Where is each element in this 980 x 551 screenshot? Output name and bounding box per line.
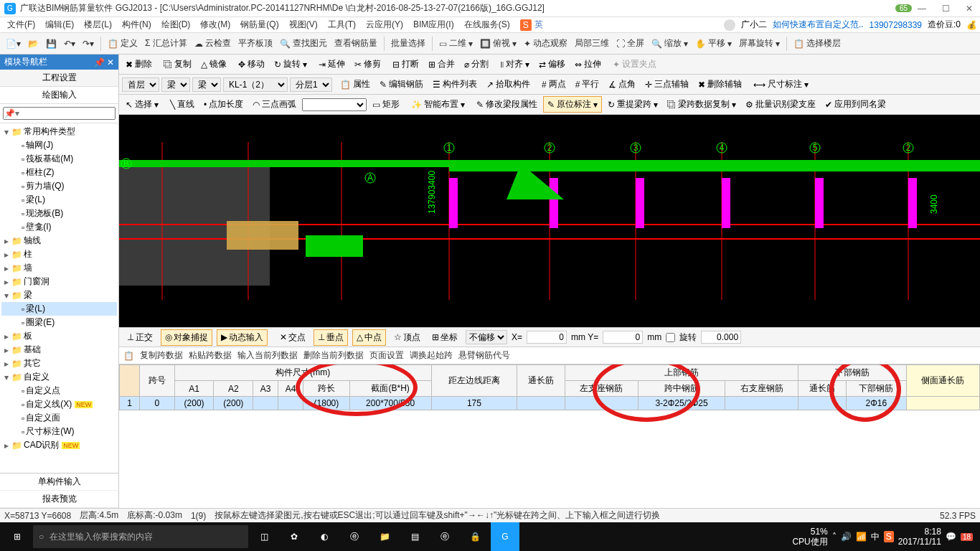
define-button[interactable]: 📋 定义 bbox=[105, 36, 141, 51]
flush-slab-button[interactable]: 平齐板顶 bbox=[235, 36, 275, 51]
tree-node[interactable]: ▫尺寸标注(W) bbox=[1, 425, 117, 438]
tree-node[interactable]: ▸📁轴线 bbox=[1, 234, 117, 248]
mid-snap[interactable]: △ 中点 bbox=[352, 329, 386, 346]
app-icon-2[interactable]: ◐ bbox=[310, 522, 339, 551]
delete-col-button[interactable]: 删除当前列数据 bbox=[303, 349, 364, 362]
swap-start-span-button[interactable]: 调换起始跨 bbox=[410, 349, 453, 362]
subtype-combo[interactable]: 梁 bbox=[192, 77, 221, 92]
dyninput-button[interactable]: ▶ 动态输入 bbox=[217, 329, 268, 346]
undo-button[interactable]: ↶▾ bbox=[61, 37, 78, 50]
rotate-input[interactable] bbox=[701, 331, 741, 344]
tray-network-icon[interactable]: 🔊 bbox=[841, 532, 852, 542]
smart-layout-button[interactable]: ✨ 智能布置▾ bbox=[407, 97, 468, 112]
floor-combo[interactable]: 首层 bbox=[122, 77, 159, 92]
parallel-button[interactable]: # 平行 bbox=[572, 77, 603, 92]
extend-button[interactable]: ⇥ 延伸 bbox=[315, 57, 349, 72]
tray-chevron-icon[interactable]: ˄ bbox=[832, 532, 837, 542]
mirror-button[interactable]: △ 镜像 bbox=[197, 57, 230, 72]
point-angle-button[interactable]: ∡ 点角 bbox=[605, 77, 639, 92]
tree-node[interactable]: ▾📁梁 bbox=[1, 288, 117, 302]
menu-online[interactable]: 在线服务(S) bbox=[460, 17, 514, 32]
tree-node[interactable]: ▫筏板基础(M) bbox=[1, 152, 117, 166]
delete-button[interactable]: ✖ 删除 bbox=[122, 57, 156, 72]
rect-tool[interactable]: ▭ 矩形 bbox=[369, 97, 403, 112]
x-input[interactable] bbox=[527, 331, 567, 344]
avatar-icon[interactable] bbox=[724, 19, 735, 31]
view-2d-button[interactable]: ▭ 二维▾ bbox=[436, 36, 476, 51]
open-button[interactable]: 📂 bbox=[25, 37, 42, 50]
ie-icon[interactable]: ⓔ bbox=[430, 522, 459, 551]
props-button[interactable]: 📋 属性 bbox=[336, 77, 374, 92]
rotate-check[interactable] bbox=[666, 333, 675, 342]
menu-edit[interactable]: 编辑(E) bbox=[41, 17, 78, 32]
tray-notifications-icon[interactable]: 💬 bbox=[946, 532, 956, 542]
menu-draw[interactable]: 绘图(D) bbox=[157, 17, 195, 32]
maximize-button[interactable]: ☐ bbox=[939, 4, 953, 14]
close-button[interactable]: ✕ bbox=[963, 4, 976, 14]
tree-node[interactable]: ▫自定义面 bbox=[1, 411, 117, 425]
offset-button[interactable]: ⇄ 偏移 bbox=[535, 57, 569, 72]
tree-node[interactable]: ▫梁(L) bbox=[1, 193, 117, 207]
app-icon-1[interactable]: ✿ bbox=[280, 522, 308, 551]
tree-node[interactable]: ▸📁板 bbox=[1, 329, 117, 343]
menu-floor[interactable]: 楼层(L) bbox=[80, 17, 116, 32]
app-icon-3[interactable]: ▤ bbox=[400, 522, 429, 551]
modify-beam-seg-button[interactable]: ✎ 修改梁段属性 bbox=[473, 97, 541, 112]
menu-file[interactable]: 文件(F) bbox=[3, 17, 39, 32]
merge-button[interactable]: ⊞ 合并 bbox=[425, 57, 458, 72]
tree-node[interactable]: ▫框柱(Z) bbox=[1, 166, 117, 179]
tray-sogou-icon[interactable]: S bbox=[884, 531, 894, 542]
batch-identify-support-button[interactable]: ⚙ 批量识别梁支座 bbox=[742, 97, 819, 112]
perp-snap[interactable]: ⊥ 垂点 bbox=[314, 329, 348, 346]
redo-button[interactable]: ↷▾ bbox=[80, 37, 97, 50]
menu-cloud[interactable]: 云应用(Y) bbox=[362, 17, 407, 32]
two-point-button[interactable]: # 两点 bbox=[538, 77, 570, 92]
intersect-snap[interactable]: ✕ 交点 bbox=[276, 330, 309, 345]
layer-combo[interactable]: 分层1 bbox=[290, 77, 332, 92]
paste-span-button[interactable]: 粘贴跨数据 bbox=[189, 349, 232, 362]
tree-node[interactable]: ▸📁其它 bbox=[1, 357, 117, 370]
tree-node[interactable]: ▸📁CAD识别NEW bbox=[1, 438, 117, 452]
pick-member-button[interactable]: ↗ 拾取构件 bbox=[483, 77, 534, 92]
trim-button[interactable]: ✂ 修剪 bbox=[351, 57, 385, 72]
orbit-button[interactable]: ✦ 动态观察 bbox=[521, 36, 570, 51]
sum-calc-button[interactable]: Σ 汇总计算 bbox=[142, 36, 190, 51]
minimize-button[interactable]: — bbox=[915, 4, 929, 14]
cantilever-rebar-button[interactable]: 悬臂钢筋代号 bbox=[458, 349, 510, 362]
tray-wifi-icon[interactable]: 📶 bbox=[856, 532, 867, 542]
page-setup-button[interactable]: 页面设置 bbox=[369, 349, 404, 362]
coin-icon[interactable]: 💰 bbox=[966, 20, 977, 30]
delete-axis-button[interactable]: ✖ 删除辅轴 bbox=[694, 77, 745, 92]
three-point-arc-tool[interactable]: ◠ 三点画弧 bbox=[249, 97, 300, 112]
break-button[interactable]: ⊟ 打断 bbox=[389, 57, 423, 72]
dimension-button[interactable]: ⟷ 尺寸标注▾ bbox=[750, 77, 812, 92]
tree-node[interactable]: ▫轴网(J) bbox=[1, 138, 117, 152]
tree-node[interactable]: ▫梁(L) bbox=[1, 302, 117, 316]
pan-button[interactable]: ✋ 平移▾ bbox=[692, 36, 735, 51]
running-app-icon[interactable]: G bbox=[491, 522, 519, 551]
tree-node[interactable]: ▫现浇板(B) bbox=[1, 207, 117, 220]
zoom-button[interactable]: 🔍 缩放▾ bbox=[649, 36, 691, 51]
data-grid[interactable]: 跨号 构件尺寸(mm) 距左边线距离 通长筋 上部钢筋 下部钢筋 侧面通长筋 A… bbox=[119, 364, 980, 410]
member-combo[interactable]: KL-1（2） bbox=[223, 77, 288, 92]
sidebar-search-input[interactable] bbox=[3, 107, 116, 120]
menu-tools[interactable]: 工具(T) bbox=[324, 17, 360, 32]
tray-notif-count[interactable]: 18 bbox=[961, 533, 973, 541]
edit-rebar-button[interactable]: ✎ 编辑钢筋 bbox=[376, 77, 427, 92]
copy-button[interactable]: ⿻ 复制 bbox=[160, 57, 195, 72]
select-tool[interactable]: ↖ 选择▾ bbox=[122, 97, 162, 112]
tree-node[interactable]: ▫壁龛(I) bbox=[1, 220, 117, 234]
type-combo[interactable]: 梁 bbox=[161, 77, 190, 92]
y-input[interactable] bbox=[603, 331, 643, 344]
select-floor-button[interactable]: 📋 选择楼层 bbox=[791, 36, 844, 51]
input-col-button[interactable]: 输入当前列数据 bbox=[237, 349, 298, 362]
find-element-button[interactable]: 🔍 查找图元 bbox=[277, 36, 330, 51]
menu-rebar[interactable]: 钢筋量(Q) bbox=[236, 17, 283, 32]
menu-member[interactable]: 构件(N) bbox=[118, 17, 156, 32]
tree-node[interactable]: ▸📁柱 bbox=[1, 248, 117, 261]
phone-number[interactable]: 13907298339 bbox=[870, 20, 922, 30]
view-top-button[interactable]: 🔲 俯视▾ bbox=[477, 36, 519, 51]
line-tool[interactable]: ╲ 直线 bbox=[166, 97, 198, 112]
menu-modify[interactable]: 修改(M) bbox=[196, 17, 235, 32]
copy-span-button[interactable]: 复制跨数据 bbox=[140, 349, 183, 362]
